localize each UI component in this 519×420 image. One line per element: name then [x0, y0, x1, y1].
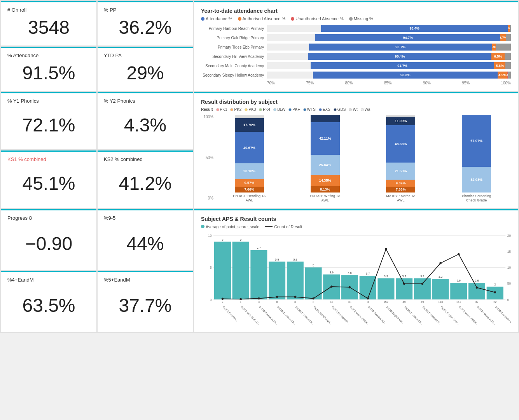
- svg-point-77: [258, 297, 260, 299]
- ytd-pa-card: YTD PA 29%: [98, 47, 193, 91]
- on-roll-label: # On roll: [7, 7, 90, 13]
- svg-text:GCSE MFL EDEXU...: GCSE MFL EDEXU...: [240, 305, 260, 324]
- attendance-bar-segment: 6.5%: [491, 53, 505, 60]
- result-segment: 8.13%: [311, 186, 340, 192]
- svg-text:GCSE Spanish AQ...: GCSE Spanish AQ...: [367, 305, 387, 324]
- result-legend-item: PKF: [288, 107, 300, 112]
- result-chart-title: Result distribution by subject: [201, 99, 511, 105]
- svg-text:GCSE Photograph...: GCSE Photograph...: [331, 305, 350, 324]
- svg-text:GCSE French AQA...: GCSE French AQA...: [258, 305, 278, 324]
- svg-text:GCSE English Lan...: GCSE English Lan...: [385, 305, 405, 324]
- attendance-bar-segment: 90.7%: [309, 44, 492, 51]
- svg-text:200: 200: [507, 234, 511, 237]
- result-legend-item: PK2: [230, 107, 241, 112]
- y2-phonics-value: 4.3%: [104, 105, 187, 145]
- svg-text:3.9: 3.9: [330, 271, 334, 274]
- result-y-axis: 100%50%0%: [201, 115, 215, 200]
- aps-avg-legend: Average of point_score_scale: [201, 224, 259, 229]
- aps-dot: [201, 225, 204, 228]
- result-segment: 48.33%: [386, 125, 415, 163]
- attendance-row: Secondary Sleepy Hollow Academy93.3%4.9%…: [201, 72, 511, 79]
- svg-text:5.9: 5.9: [275, 258, 279, 261]
- svg-text:50: 50: [507, 282, 511, 285]
- result-dot: [259, 108, 262, 111]
- attendance-bars: Primary Harbour Reach Primary98.4%1%0.2%…: [201, 25, 511, 85]
- percent-9-5-card: %9-5 44%: [98, 209, 193, 270]
- svg-text:GCSE Combined S...: GCSE Combined S...: [422, 305, 442, 324]
- svg-text:0: 0: [210, 298, 212, 301]
- svg-rect-27: [287, 261, 304, 299]
- y2-phonics-card: % Y2 Phonics 4.3%: [98, 92, 193, 149]
- result-segment: 67.07%: [462, 115, 491, 167]
- result-segment: 21.53%: [386, 163, 415, 179]
- svg-text:7.7: 7.7: [257, 246, 261, 250]
- svg-rect-43: [360, 276, 376, 299]
- result-legend: ResultPK1PK2PK3PK4BLWPKFWTSEXSGDSWtWa: [201, 107, 511, 112]
- result-segment: 9.57%: [235, 179, 264, 187]
- svg-text:2.6: 2.6: [457, 279, 461, 282]
- svg-point-78: [276, 296, 278, 298]
- percent-5-eandm-value: 37.7%: [104, 284, 187, 327]
- attendance-bar-segment: 91.7%: [311, 62, 494, 69]
- svg-text:8: 8: [276, 300, 278, 304]
- progress8-label: Progress 8: [7, 215, 90, 221]
- result-bar-label: Phonics Screening Check Grade: [460, 194, 493, 203]
- attendance-bar-container: 98.4%1%0.2%: [267, 25, 511, 32]
- svg-text:GCSE English Liter...: GCSE English Liter...: [440, 305, 460, 324]
- result-legend-item: PK3: [245, 107, 256, 112]
- svg-text:5.9: 5.9: [293, 258, 297, 261]
- svg-text:49: 49: [403, 300, 406, 304]
- ytd-pa-label: YTD PA: [104, 52, 187, 58]
- result-segment: 42.11%: [311, 122, 340, 155]
- result-stacked-bar: 8.13%14.35%25.84%42.11%: [311, 115, 340, 192]
- svg-point-84: [385, 248, 387, 250]
- svg-point-88: [458, 253, 460, 255]
- percent-4-eandm-card: %4+EandM 63.5%: [1, 271, 96, 332]
- aps-svg: 051005010015020092GCSE Spanish...91GCSE …: [201, 231, 511, 325]
- aps-legend: Average of point_score_scale Count of Re…: [201, 224, 511, 229]
- result-dot: [319, 108, 322, 111]
- svg-text:9: 9: [240, 238, 241, 241]
- progress8-value: −0.90: [7, 222, 90, 265]
- result-stacked-bar: 7.66%9.09%21.53%48.33%11.00%: [386, 115, 415, 192]
- svg-point-76: [239, 298, 241, 300]
- attendance-row: Primary Tides Ebb Primary90.7%1.9%0.1%: [201, 44, 511, 51]
- result-bar-label: EN KS1: Writing TA AWL: [309, 194, 342, 203]
- result-dot: [303, 108, 306, 111]
- result-dot: [230, 108, 233, 111]
- result-dot: [361, 108, 364, 111]
- svg-rect-51: [396, 278, 412, 299]
- svg-text:8: 8: [294, 300, 296, 304]
- legend-dot: [349, 17, 353, 21]
- on-roll-value: 3548: [7, 14, 90, 41]
- svg-text:1: 1: [240, 300, 241, 304]
- svg-point-85: [403, 282, 405, 284]
- attendance-bar-segment: [496, 44, 511, 51]
- svg-text:141: 141: [456, 300, 461, 304]
- result-dot: [273, 108, 276, 111]
- attendance-bar-container: 90.4%6.5%0.1%: [267, 53, 511, 60]
- result-bar-group: 32.93%67.07%Phonics Screening Check Grad…: [442, 115, 511, 203]
- svg-rect-67: [468, 283, 485, 299]
- attendance-bar-segment: [510, 25, 511, 32]
- percent-5-eandm-label: %5+EandM: [104, 277, 187, 283]
- svg-text:2.6: 2.6: [475, 279, 479, 282]
- result-legend-item: PK4: [259, 107, 270, 112]
- result-dot: [288, 108, 292, 111]
- result-stacked-bar: 32.93%67.07%: [462, 115, 491, 192]
- percent-9-5-label: %9-5: [104, 215, 187, 221]
- legend-dot: [201, 17, 204, 21]
- svg-rect-11: [214, 242, 231, 299]
- result-dot: [349, 108, 352, 111]
- result-segment: [235, 115, 264, 118]
- attendance-bar-container: 94.7%2.7%: [267, 34, 511, 41]
- result-legend-item: Result: [201, 107, 213, 112]
- attendance-bar-segment: 93.3%: [313, 72, 497, 79]
- attendance-row-label: Primary Tides Ebb Primary: [201, 45, 267, 49]
- result-dot: [334, 108, 337, 111]
- ks2-combined-label: KS2 % combined: [104, 156, 187, 162]
- ks2-combined-card: KS2 % combined 41.2%: [98, 150, 193, 208]
- result-dot: [245, 108, 248, 111]
- svg-rect-15: [232, 242, 249, 299]
- svg-text:113: 113: [438, 300, 443, 304]
